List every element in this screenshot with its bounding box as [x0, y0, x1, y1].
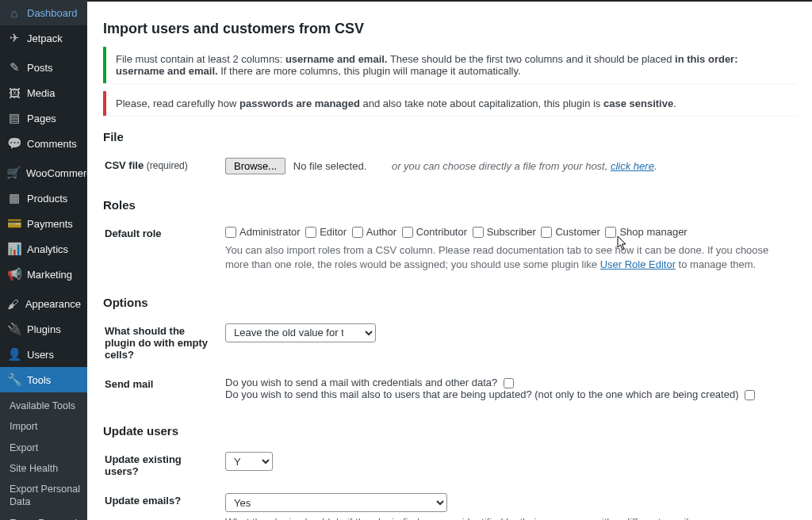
menu-label: Jetpack: [27, 32, 63, 44]
update-emails-select[interactable]: Yes: [225, 493, 447, 512]
send-mail-q2: Do you wish to send this mail also to us…: [225, 388, 739, 400]
role-checkbox[interactable]: [605, 227, 616, 238]
menu-item[interactable]: 📢Marketing: [0, 262, 87, 287]
file-hint: or you can choose directly a file from y…: [392, 160, 657, 172]
menu-label: Appearance: [25, 298, 81, 310]
send-mail-checkbox[interactable]: [504, 378, 514, 388]
menu-label: Comments: [27, 138, 77, 150]
menu-label: WooCommerce: [26, 167, 87, 179]
submenu-item[interactable]: Export Personal Data: [0, 479, 87, 513]
submenu-item[interactable]: Import: [0, 416, 87, 437]
update-existing-select[interactable]: Yes: [225, 452, 273, 471]
menu-icon: ✈: [6, 30, 22, 46]
menu-item[interactable]: ⌂Dashboard: [0, 0, 87, 25]
update-emails-desc: What the plugin should do if the plugin …: [225, 515, 795, 520]
section-roles: Roles: [103, 198, 796, 212]
menu-icon: 🛒: [6, 165, 21, 181]
role-option[interactable]: Administrator: [225, 226, 301, 238]
menu-icon: 🖌: [6, 296, 21, 312]
submenu-item[interactable]: Erase Personal Data: [0, 513, 87, 521]
menu-item[interactable]: 🔧Tools: [0, 367, 87, 392]
menu-icon: ▦: [6, 190, 22, 206]
menu-label: Tools: [27, 374, 51, 386]
role-option[interactable]: Subscriber: [473, 226, 536, 238]
menu-label: Marketing: [27, 269, 72, 281]
role-option[interactable]: Customer: [541, 226, 599, 238]
no-file-text: No file selected.: [293, 160, 367, 172]
role-option[interactable]: Editor: [305, 226, 347, 238]
menu-label: Posts: [27, 62, 53, 74]
menu-icon: 📊: [6, 241, 22, 257]
menu-icon: ⌂: [6, 5, 22, 21]
page-title: Import users and customers from CSV: [103, 21, 796, 37]
menu-item[interactable]: 🖾Media: [0, 80, 87, 105]
click-here-link[interactable]: click here: [611, 160, 654, 172]
section-update-users: Update users: [103, 424, 796, 438]
update-emails-label: Update emails?: [105, 487, 224, 520]
menu-label: Payments: [27, 218, 73, 230]
menu-item[interactable]: 🖌Appearance: [0, 291, 87, 316]
admin-bar: [87, 0, 812, 2]
empty-cells-label: What should the plugin do with empty cel…: [105, 317, 224, 369]
menu-item[interactable]: 👤Users: [0, 342, 87, 367]
menu-item[interactable]: 💳Payments: [0, 211, 87, 236]
section-file: File: [103, 130, 796, 143]
menu-item[interactable]: 🔌Plugins: [0, 316, 87, 342]
menu-label: Users: [27, 349, 54, 361]
menu-label: Plugins: [27, 323, 61, 335]
notice-passwords: Please, read carefully how passwords are…: [103, 91, 796, 116]
menu-label: Analytics: [27, 243, 68, 255]
menu-icon: 👤: [6, 346, 22, 362]
browse-button[interactable]: Browse...: [225, 158, 285, 174]
menu-icon: 🔌: [6, 321, 22, 337]
menu-item[interactable]: 📊Analytics: [0, 236, 87, 262]
submenu-item[interactable]: Export: [0, 438, 87, 458]
menu-label: Products: [27, 193, 67, 205]
menu-item[interactable]: ✈Jetpack: [0, 25, 87, 51]
update-existing-label: Update existing users?: [105, 445, 224, 485]
menu-label: Dashboard: [27, 7, 78, 19]
section-options: Options: [103, 296, 796, 309]
role-option[interactable]: Shop manager: [605, 226, 687, 238]
role-checkbox[interactable]: [225, 227, 236, 238]
role-checkbox[interactable]: [473, 227, 484, 238]
user-role-editor-link[interactable]: User Role Editor: [600, 258, 676, 270]
send-mail-label: Send mail: [105, 370, 224, 408]
menu-label: Pages: [27, 113, 56, 124]
send-mail-updated-checkbox[interactable]: [745, 390, 755, 400]
menu-icon: ✎: [6, 59, 22, 75]
notice-file-columns: File must contain at least 2 columns: us…: [103, 47, 796, 83]
menu-icon: 💬: [6, 136, 22, 151]
role-checkbox[interactable]: [305, 227, 316, 238]
default-role-label: Default role: [105, 220, 224, 280]
role-checkboxes: Administrator Editor Author Contributor …: [225, 226, 795, 240]
role-checkbox[interactable]: [541, 227, 552, 238]
role-checkbox[interactable]: [402, 227, 413, 238]
empty-cells-select[interactable]: Leave the old value for this metadata: [225, 323, 376, 342]
menu-item[interactable]: 💬Comments: [0, 131, 87, 156]
admin-sidebar: ⌂Dashboard✈Jetpack✎Posts🖾Media▤Pages💬Com…: [0, 0, 87, 520]
menu-icon: ▤: [6, 110, 22, 126]
role-checkbox[interactable]: [352, 227, 363, 238]
roles-description: You can also import roles from a CSV col…: [225, 243, 795, 272]
menu-icon: 🖾: [6, 85, 22, 101]
menu-item[interactable]: 🛒WooCommerce: [0, 160, 87, 185]
csv-file-label: CSV file (required): [105, 151, 224, 182]
role-option[interactable]: Author: [352, 226, 396, 238]
menu-item[interactable]: ▤Pages: [0, 105, 87, 131]
menu-item[interactable]: ▦Products: [0, 185, 87, 211]
menu-icon: 📢: [6, 266, 22, 282]
main-content: Import users and customers from CSV File…: [87, 0, 812, 520]
submenu-item[interactable]: Available Tools: [0, 396, 87, 416]
menu-icon: 💳: [6, 216, 22, 231]
send-mail-q1: Do you wish to send a mail with credenti…: [225, 377, 497, 388]
menu-icon: 🔧: [6, 372, 22, 388]
menu-item[interactable]: ✎Posts: [0, 55, 87, 80]
role-option[interactable]: Contributor: [402, 226, 467, 238]
submenu-item[interactable]: Site Health: [0, 458, 87, 479]
menu-label: Media: [27, 87, 55, 99]
